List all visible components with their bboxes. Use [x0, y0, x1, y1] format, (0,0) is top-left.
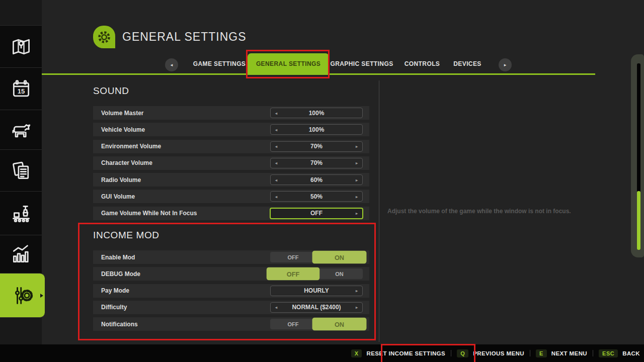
toggle-on-button[interactable]: ON: [316, 268, 363, 279]
setting-description: Adjust the volume of the game while the …: [387, 208, 604, 215]
value-stepper[interactable]: ◂70%▸: [270, 158, 363, 168]
setting-row: Character Volume◂70%▸: [93, 156, 369, 170]
sidebar-item-calendar[interactable]: 15: [0, 67, 42, 111]
scrollbar-track[interactable]: [637, 63, 640, 250]
keyhint-next-menu[interactable]: ENEXT MENU: [536, 349, 587, 357]
setting-row: GUI Volume◂50%▸: [93, 190, 369, 203]
decrease-arrow-icon[interactable]: ◂: [275, 305, 277, 310]
keyhint-label: PREVIOUS MENU: [473, 350, 524, 356]
keyhint-reset-income-settings[interactable]: XRESET INCOME SETTINGS: [351, 349, 445, 357]
decrease-arrow-icon[interactable]: ◂: [275, 111, 277, 115]
toggle-on-button[interactable]: ON: [312, 318, 367, 331]
increase-arrow-icon[interactable]: ▸: [356, 305, 358, 310]
value-stepper[interactable]: ◂60%▸: [270, 174, 363, 185]
toggle-off-button[interactable]: OFF: [270, 319, 316, 329]
toggle-off-button[interactable]: OFF: [267, 267, 320, 281]
statistics-icon: [10, 243, 32, 265]
setting-label: DEBUG Mode: [101, 270, 140, 278]
increase-arrow-icon[interactable]: ▸: [356, 161, 358, 165]
tab-general-settings[interactable]: GENERAL SETTINGS: [248, 53, 329, 74]
setting-row: Vehicle Volume◂100%: [93, 123, 369, 136]
chevron-left-icon[interactable]: ◂: [165, 58, 178, 71]
increase-arrow-icon[interactable]: ▸: [356, 177, 358, 182]
setting-row: Game Volume While Not In FocusOFF▸: [93, 207, 369, 220]
key-badge: E: [536, 349, 547, 357]
keyhint-back[interactable]: ESCBACK: [599, 349, 640, 357]
setting-label: Radio Volume: [101, 176, 141, 184]
decrease-arrow-icon[interactable]: ◂: [275, 177, 277, 182]
toggle-group: OFFON: [270, 252, 363, 262]
setting-label: Pay Mode: [101, 287, 129, 294]
sidebar-item-contracts[interactable]: [0, 149, 42, 192]
setting-label: Volume Master: [101, 110, 143, 117]
setting-label: Vehicle Volume: [101, 126, 145, 133]
stepper-value: 70%: [310, 159, 323, 166]
sidebar-item-animals[interactable]: [0, 110, 42, 150]
decrease-arrow-icon[interactable]: ◂: [275, 144, 277, 149]
sidebar-item-statistics[interactable]: [0, 235, 42, 274]
value-stepper[interactable]: ◂NORMAL ($2400)▸: [270, 302, 363, 313]
keyhint-previous-menu[interactable]: QPREVIOUS MENU: [457, 349, 524, 357]
sound-section-title: SOUND: [93, 85, 129, 97]
setting-label: Notifications: [101, 321, 138, 328]
stepper-value: 50%: [310, 193, 323, 200]
decrease-arrow-icon[interactable]: ◂: [275, 161, 277, 165]
decrease-arrow-icon[interactable]: ◂: [275, 194, 277, 199]
increase-arrow-icon[interactable]: ▸: [356, 211, 358, 216]
setting-row: Difficulty◂NORMAL ($2400)▸: [93, 301, 369, 314]
setting-row: Radio Volume◂60%▸: [93, 173, 369, 187]
tab-graphic-settings[interactable]: GRAPHIC SETTINGS: [330, 60, 393, 67]
stepper-value: 60%: [310, 176, 323, 184]
setting-label: Difficulty: [101, 304, 127, 311]
calendar-icon: 15: [10, 78, 32, 100]
sidebar-item-mod-settings[interactable]: [0, 273, 45, 318]
chevron-right-icon[interactable]: ▸: [499, 58, 512, 71]
setting-row: Enable ModOFFON: [93, 250, 369, 264]
hint-separator: [451, 350, 451, 356]
tab-game-settings[interactable]: GAME SETTINGS: [193, 60, 246, 67]
setting-label: Enable Mod: [101, 254, 135, 261]
sliders-gear-icon: [12, 285, 34, 307]
decrease-arrow-icon[interactable]: ◂: [275, 127, 277, 132]
setting-label: Game Volume While Not In Focus: [101, 210, 197, 217]
keyhint-label: BACK: [622, 350, 640, 356]
toggle-on-button[interactable]: ON: [312, 251, 367, 264]
increase-arrow-icon[interactable]: ▸: [356, 144, 358, 149]
tab-devices[interactable]: DEVICES: [453, 60, 481, 67]
value-stepper[interactable]: ◂70%▸: [270, 141, 363, 152]
svg-text:15: 15: [17, 87, 25, 95]
sidebar-item-production[interactable]: [0, 191, 42, 236]
setting-row: Volume Master◂100%: [93, 106, 369, 120]
value-stepper[interactable]: ◂100%: [270, 124, 363, 135]
toggle-group: OFFON: [270, 268, 363, 279]
stepper-value: NORMAL ($2400): [292, 304, 341, 311]
stepper-value: 100%: [309, 126, 325, 133]
toggle-off-button[interactable]: OFF: [270, 252, 316, 262]
income-mod-rows: Enable ModOFFONDEBUG ModeOFFONPay ModeHO…: [93, 250, 369, 331]
value-stepper[interactable]: ◂100%: [270, 108, 363, 118]
stepper-value: OFF: [310, 210, 323, 217]
key-badge: X: [351, 349, 362, 357]
keyhint-label: NEXT MENU: [551, 350, 587, 356]
scrollbar-thumb[interactable]: [637, 191, 640, 250]
key-badge: ESC: [599, 349, 618, 357]
production-icon: [10, 203, 32, 225]
hint-separator: [530, 350, 530, 356]
value-stepper[interactable]: ◂50%▸: [270, 191, 363, 202]
value-stepper[interactable]: OFF▸: [270, 208, 363, 219]
key-badge: Q: [457, 349, 468, 357]
setting-label: Character Volume: [101, 159, 152, 166]
setting-row: DEBUG ModeOFFON: [93, 267, 369, 281]
increase-arrow-icon[interactable]: ▸: [356, 289, 358, 293]
setting-label: GUI Volume: [101, 193, 135, 200]
footer-keybar: XRESET INCOME SETTINGSQPREVIOUS MENUENEX…: [0, 344, 644, 362]
income-mod-section-title: INCOME MOD: [93, 230, 159, 241]
sidebar-item-map[interactable]: [0, 25, 42, 68]
increase-arrow-icon[interactable]: ▸: [356, 194, 358, 199]
toggle-group: OFFON: [270, 319, 363, 329]
keyhint-label: RESET INCOME SETTINGS: [366, 350, 445, 356]
map-icon: [10, 36, 32, 58]
value-stepper[interactable]: HOURLY▸: [270, 286, 363, 296]
page-title: GENERAL SETTINGS: [122, 30, 246, 44]
tab-controls[interactable]: CONTROLS: [405, 60, 440, 67]
